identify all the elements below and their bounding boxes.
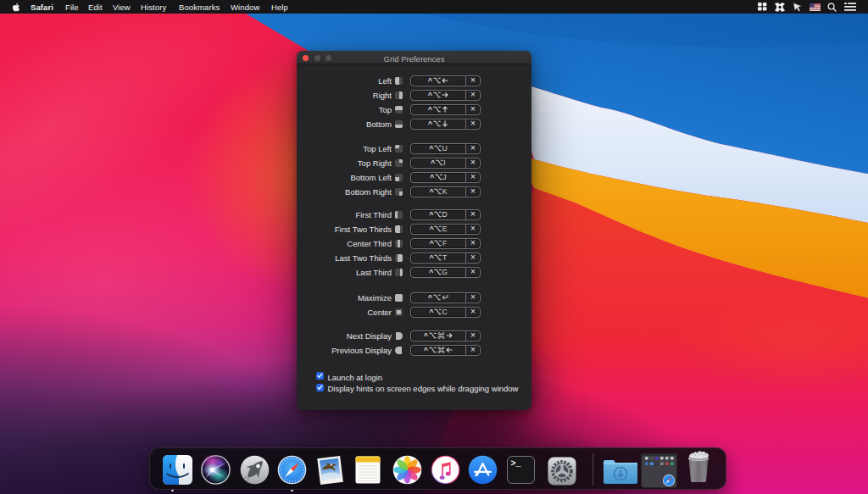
svg-text:>_: >_: [511, 459, 522, 469]
